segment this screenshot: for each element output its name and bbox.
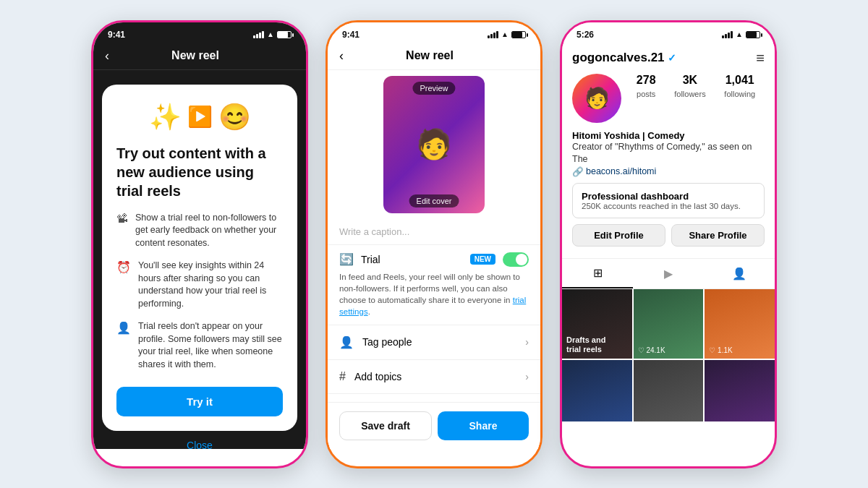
nav-bar-1: ‹ New reel <box>93 43 306 70</box>
avatar: 🧑 <box>572 74 621 123</box>
trial-settings-link[interactable]: trial settings <box>339 296 526 316</box>
trial-illustration: ✨ ▶️ 😊 <box>116 102 283 132</box>
share-profile-button[interactable]: Share Profile <box>671 224 765 247</box>
close-link[interactable]: Close <box>187 440 213 451</box>
add-topics-item[interactable]: # Add topics › <box>328 360 540 394</box>
status-icons-2: ▲ <box>488 30 526 38</box>
nav-title-2: New reel <box>344 49 516 62</box>
options-menu-icon[interactable]: ≡ <box>756 50 765 67</box>
count-2: ♡ 1.1K <box>709 346 732 354</box>
status-bar-3: 5:26 ▲ <box>562 22 775 43</box>
profile-stats-row: 🧑 278 posts 3K followers 1,041 following <box>572 74 765 123</box>
grid-cell-5[interactable] <box>705 360 775 421</box>
phone2-body: 🧑 Preview Edit cover Write a caption... … <box>328 70 540 449</box>
trial-icon-2: 🔄 <box>339 252 354 266</box>
link-icon: 🔗 <box>572 166 584 177</box>
trial-item-2: ⏰ You'll see key insights within 24 hour… <box>116 260 283 310</box>
trial-section: 🔄 Trial NEW In feed and Reels, your reel… <box>328 245 540 325</box>
add-topics-label: Add topics <box>354 371 516 382</box>
profile-grid: Drafts and trial reels ♡ 24.1K ♡ 1.1K <box>562 289 775 421</box>
username-row: gogoncalves.21 ✓ ≡ <box>572 50 765 67</box>
followers-label: followers <box>674 90 705 98</box>
trial-text-3: Trial reels don't appear on your profile… <box>138 320 283 371</box>
edit-cover-badge[interactable]: Edit cover <box>409 194 459 207</box>
professional-dashboard[interactable]: Professional dashboard 250K accounts rea… <box>572 183 765 218</box>
bottom-actions: Save draft Share <box>328 402 540 449</box>
time-1: 9:41 <box>108 30 125 40</box>
verified-icon: ✓ <box>668 52 676 64</box>
status-bar-1: 9:41 ▲ <box>93 22 306 43</box>
grid-cell-1[interactable]: ♡ 24.1K <box>634 289 704 359</box>
phone-2: 9:41 ▲ ‹ New reel 🧑 Preview Edit cover W… <box>326 20 542 468</box>
battery-icon <box>277 31 292 38</box>
tag-icon: 👤 <box>339 335 354 349</box>
posts-label: posts <box>637 90 655 98</box>
smile-icon: 😊 <box>218 102 251 132</box>
grid-cell-3[interactable] <box>562 360 632 421</box>
trial-text-2: You'll see key insights within 24 hours … <box>138 260 283 310</box>
signal-icon-2 <box>488 31 498 38</box>
trial-toggle[interactable] <box>503 252 529 267</box>
wifi-icon-2: ▲ <box>501 30 509 38</box>
tab-grid[interactable]: ⊞ <box>562 259 633 288</box>
status-icons-1: ▲ <box>253 30 292 38</box>
reel-thumbnail: 🧑 <box>383 76 485 213</box>
grid-cell-4[interactable] <box>634 360 704 421</box>
phone-1: 9:41 ▲ ‹ New reel ✨ ▶️ 😊 Try ou <box>91 20 308 468</box>
caption-input[interactable]: Write a caption... <box>328 219 540 245</box>
trial-label: Trial <box>361 254 463 265</box>
bio-name: Hitomi Yoshida | Comedy <box>572 130 765 141</box>
hashtag-icon: # <box>339 370 346 383</box>
stat-following[interactable]: 1,041 following <box>724 74 755 100</box>
profile-tabs: ⊞ ▶ 👤 <box>562 258 775 289</box>
nav-title-1: New reel <box>109 49 281 62</box>
phone-3: 5:26 ▲ gogoncalves.21 ✓ ≡ 🧑 278 <box>560 20 777 468</box>
time-3: 5:26 <box>576 30 594 40</box>
bio-link[interactable]: 🔗 beacons.ai/hitomi <box>572 166 765 177</box>
stat-followers[interactable]: 3K followers <box>674 74 705 100</box>
profile-username: gogoncalves.21 ✓ <box>572 51 676 65</box>
play-icon: ▶️ <box>187 105 213 129</box>
signal-icon <box>253 31 264 38</box>
wifi-icon-3: ▲ <box>736 30 743 38</box>
trial-text-1: Show a trial reel to non-followers to ge… <box>135 212 283 250</box>
trial-item-1: 📽 Show a trial reel to non-followers to … <box>116 212 283 250</box>
signal-icon-3 <box>722 31 733 38</box>
battery-icon-2 <box>511 31 526 38</box>
try-it-button[interactable]: Try it <box>116 387 283 416</box>
trial-row: 🔄 Trial NEW <box>339 252 529 267</box>
followers-count: 3K <box>674 74 705 87</box>
new-badge: NEW <box>470 254 495 265</box>
tag-people-label: Tag people <box>362 336 516 348</box>
tab-reels[interactable]: ▶ <box>633 259 704 288</box>
sparkle-icon: ✨ <box>149 102 182 132</box>
share-button[interactable]: Share <box>438 411 529 440</box>
edit-profile-button[interactable]: Edit Profile <box>572 224 665 247</box>
drafts-label: Drafts and trial reels <box>566 335 605 354</box>
posts-count: 278 <box>637 74 656 87</box>
profile-icon-1: 👤 <box>116 321 131 335</box>
stat-posts[interactable]: 278 posts <box>637 74 656 100</box>
following-count: 1,041 <box>724 74 755 87</box>
phone1-body: ✨ ▶️ 😊 Try out content with a new audien… <box>93 70 306 449</box>
trial-item-3: 👤 Trial reels don't appear on your profi… <box>116 320 283 371</box>
tag-people-item[interactable]: 👤 Tag people › <box>328 325 540 360</box>
status-icons-3: ▲ <box>722 30 760 38</box>
bio-text: Creator of "Rhythms of Comedy," as seen … <box>572 141 765 166</box>
dashboard-sub: 250K accounts reached in the last 30 day… <box>582 202 755 210</box>
clock-icon: ⏰ <box>116 260 131 274</box>
status-bar-2: 9:41 ▲ <box>328 22 540 43</box>
grid-cell-drafts[interactable]: Drafts and trial reels <box>562 289 632 359</box>
grid-cell-2[interactable]: ♡ 1.1K <box>705 289 775 359</box>
dashboard-title: Professional dashboard <box>582 191 755 202</box>
trial-title: Try out content with a new audience usin… <box>116 144 283 200</box>
reel-icon-1: 📽 <box>116 213 128 226</box>
trial-card: ✨ ▶️ 😊 Try out content with a new audien… <box>102 85 297 432</box>
reel-preview: 🧑 Preview Edit cover <box>383 76 485 213</box>
trial-description: In feed and Reels, your reel will only b… <box>339 271 529 317</box>
tab-tagged[interactable]: 👤 <box>704 259 775 288</box>
profile-header: gogoncalves.21 ✓ ≡ 🧑 278 posts 3K follow… <box>562 43 775 258</box>
wifi-icon: ▲ <box>267 30 274 38</box>
battery-icon-3 <box>746 31 760 38</box>
save-draft-button[interactable]: Save draft <box>339 411 432 440</box>
